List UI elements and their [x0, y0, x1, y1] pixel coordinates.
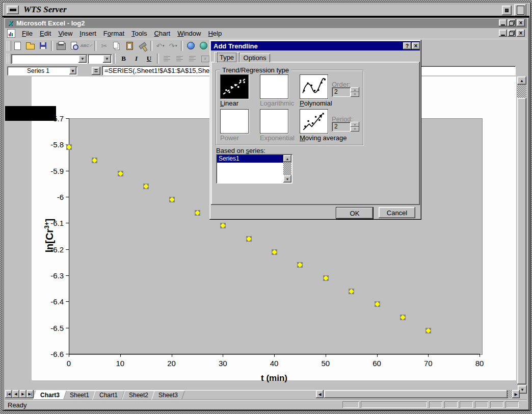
- data-point[interactable]: [375, 301, 380, 307]
- data-point[interactable]: [220, 223, 226, 228]
- dropdown-arrow-icon[interactable]: ▼: [103, 55, 111, 63]
- last-sheet-button[interactable]: ▶|: [26, 390, 34, 398]
- order-spinner[interactable]: 2 ▲▼: [332, 87, 359, 97]
- data-point[interactable]: [272, 249, 277, 255]
- print-preview-button[interactable]: [67, 40, 80, 51]
- spelling-button[interactable]: ABC✓: [80, 40, 93, 51]
- underline-button[interactable]: U: [143, 53, 155, 64]
- data-point[interactable]: [400, 315, 406, 320]
- copy-button[interactable]: [111, 40, 123, 51]
- period-spinner[interactable]: 2 ▲▼: [332, 122, 359, 132]
- excel-minimize-button[interactable]: [499, 19, 507, 27]
- first-sheet-button[interactable]: |◀: [5, 390, 12, 398]
- menu-view[interactable]: View: [55, 29, 76, 38]
- wts-minimize-button[interactable]: [502, 6, 512, 15]
- menu-help[interactable]: Help: [204, 29, 225, 38]
- align-right-button[interactable]: [186, 53, 199, 64]
- insert-hyperlink-button[interactable]: [184, 40, 197, 51]
- tab-options[interactable]: Options: [240, 54, 270, 62]
- font-size-select[interactable]: ▼: [88, 54, 112, 64]
- scroll-right-button[interactable]: ▶: [512, 390, 520, 398]
- open-button[interactable]: [24, 40, 37, 51]
- bold-button[interactable]: B: [117, 53, 130, 64]
- paste-button[interactable]: [123, 40, 136, 51]
- scroll-up-button[interactable]: ▲: [283, 155, 291, 162]
- sheet-tab-sheet2[interactable]: Sheet2: [122, 391, 155, 400]
- data-point[interactable]: [66, 144, 72, 150]
- horizontal-scroll-track[interactable]: [508, 390, 512, 398]
- system-menu-button[interactable]: [7, 6, 19, 14]
- save-button[interactable]: [37, 40, 49, 51]
- data-point[interactable]: [143, 184, 149, 189]
- series-listbox[interactable]: Series1 ▲ ▼: [216, 154, 292, 184]
- horizontal-scroll-thumb[interactable]: [324, 390, 508, 398]
- sheet-tab-sheet3[interactable]: Sheet3: [151, 391, 185, 400]
- dialog-help-button[interactable]: ?: [403, 42, 411, 49]
- data-point[interactable]: [169, 197, 175, 202]
- spin-up-icon[interactable]: ▲: [351, 122, 359, 127]
- dropdown-arrow-icon[interactable]: ▼: [78, 55, 87, 63]
- name-box-dropdown-button[interactable]: ▼: [69, 67, 76, 74]
- spin-down-icon[interactable]: ▼: [351, 92, 359, 97]
- toolbar-grip[interactable]: [7, 54, 9, 64]
- data-point[interactable]: [246, 236, 252, 242]
- italic-button[interactable]: I: [130, 53, 143, 64]
- format-painter-button[interactable]: [136, 40, 149, 51]
- undo-button[interactable]: ↶▾: [154, 40, 167, 51]
- menu-tools[interactable]: Tools: [128, 29, 150, 38]
- series-list-item-selected[interactable]: Series1: [217, 155, 285, 163]
- excel-close-button[interactable]: ×: [517, 19, 525, 27]
- cut-button[interactable]: ✂: [98, 40, 111, 51]
- trend-type-linear[interactable]: [220, 74, 249, 99]
- data-point[interactable]: [425, 328, 431, 333]
- tab-type[interactable]: Type: [214, 52, 240, 62]
- ok-button[interactable]: OK: [336, 207, 374, 219]
- scroll-down-button[interactable]: ▼: [283, 175, 291, 183]
- redo-button[interactable]: ↷▾: [167, 40, 179, 51]
- excel-restore-button[interactable]: [508, 19, 516, 27]
- menu-insert[interactable]: Insert: [76, 29, 100, 38]
- workbook-minimize-button[interactable]: [499, 30, 507, 37]
- sheet-tab-sheet1[interactable]: Sheet1: [63, 391, 96, 400]
- menu-file[interactable]: File: [18, 29, 36, 38]
- align-left-button[interactable]: [161, 53, 173, 64]
- period-value[interactable]: 2: [332, 122, 351, 132]
- toolbar-grip[interactable]: [7, 41, 9, 51]
- new-button[interactable]: [11, 40, 24, 51]
- data-point[interactable]: [195, 210, 200, 216]
- workbook-close-button[interactable]: ×: [517, 30, 525, 37]
- data-point[interactable]: [118, 171, 123, 176]
- listbox-scrollbar[interactable]: ▲ ▼: [283, 155, 291, 183]
- menu-format[interactable]: Format: [100, 29, 128, 38]
- spin-down-icon[interactable]: ▼: [351, 127, 359, 132]
- data-point[interactable]: [92, 158, 97, 163]
- web-toolbar-button[interactable]: [197, 40, 210, 51]
- data-point[interactable]: [297, 262, 303, 268]
- align-center-button[interactable]: [173, 53, 186, 64]
- scroll-left-button[interactable]: ◀: [316, 390, 324, 398]
- wts-maximize-button[interactable]: [514, 4, 526, 16]
- order-value[interactable]: 2: [332, 87, 351, 97]
- data-point[interactable]: [349, 289, 354, 294]
- font-name-select[interactable]: ▼: [11, 54, 88, 64]
- spin-up-icon[interactable]: ▲: [351, 87, 359, 92]
- cancel-button[interactable]: Cancel: [379, 207, 415, 218]
- vertical-scroll-thumb[interactable]: [517, 98, 526, 384]
- menu-edit[interactable]: Edit: [36, 29, 55, 38]
- print-button[interactable]: [55, 40, 67, 51]
- sheet-tab-chart3[interactable]: Chart3: [33, 391, 67, 400]
- scroll-up-button[interactable]: ▲: [517, 76, 526, 85]
- name-box[interactable]: Series 1 ▼: [7, 66, 77, 75]
- equals-button[interactable]: =: [92, 67, 100, 75]
- dialog-titlebar[interactable]: Add Trendline: [211, 41, 420, 50]
- menu-chart[interactable]: Chart: [150, 29, 174, 38]
- vertical-scroll-track[interactable]: [517, 85, 526, 98]
- data-point[interactable]: [323, 275, 329, 281]
- next-sheet-button[interactable]: ▶: [19, 390, 26, 398]
- dropdown-arrow-icon[interactable]: ▾: [175, 44, 177, 48]
- dropdown-arrow-icon[interactable]: ▾: [163, 44, 165, 48]
- trend-type-moving-average[interactable]: [300, 109, 328, 134]
- previous-sheet-button[interactable]: ◀: [12, 390, 19, 398]
- menu-window[interactable]: Window: [174, 29, 204, 38]
- trend-type-polynomial[interactable]: [300, 74, 328, 99]
